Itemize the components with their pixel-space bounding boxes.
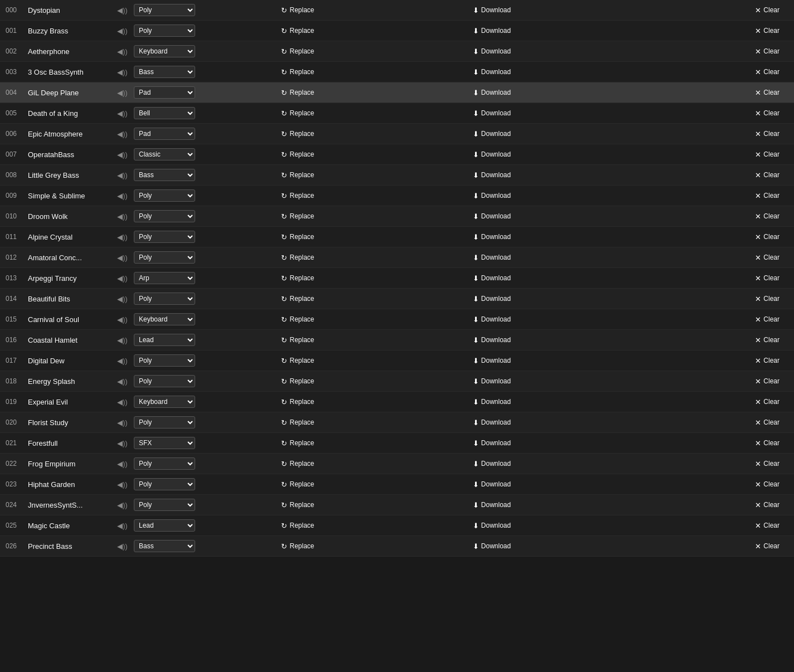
speaker-icon[interactable]: ◀)): [117, 542, 134, 551]
download-button[interactable]: ⬇Download: [469, 396, 514, 408]
category-select[interactable]: PolyBassKeyboardPadBellClassicArpLeadSFX…: [134, 66, 195, 78]
speaker-icon[interactable]: ◀)): [117, 88, 134, 97]
replace-button[interactable]: ↻Replace: [278, 314, 317, 325]
download-button[interactable]: ⬇Download: [469, 25, 514, 37]
category-select[interactable]: PolyBassKeyboardPadBellClassicArpLeadSFX…: [134, 210, 195, 222]
category-select[interactable]: PolyBassKeyboardPadBellClassicArpLeadSFX…: [134, 107, 195, 119]
clear-button[interactable]: ✕Clear: [752, 499, 783, 511]
clear-button[interactable]: ✕Clear: [752, 46, 783, 57]
category-select[interactable]: PolyBassKeyboardPadBellClassicArpLeadSFX…: [134, 128, 195, 140]
clear-button[interactable]: ✕Clear: [752, 417, 783, 428]
clear-button[interactable]: ✕Clear: [752, 25, 783, 37]
replace-button[interactable]: ↻Replace: [278, 479, 317, 490]
category-selector[interactable]: PolyBassKeyboardPadBellClassicArpLeadSFX…: [134, 25, 201, 37]
speaker-icon[interactable]: ◀)): [117, 335, 134, 344]
category-select[interactable]: PolyBassKeyboardPadBellClassicArpLeadSFX…: [134, 25, 195, 37]
replace-button[interactable]: ↻Replace: [278, 437, 317, 449]
clear-button[interactable]: ✕Clear: [752, 458, 783, 470]
download-button[interactable]: ⬇Download: [469, 231, 514, 243]
category-select[interactable]: PolyBassKeyboardPadBellClassicArpLeadSFX…: [134, 457, 195, 470]
replace-button[interactable]: ↻Replace: [278, 293, 317, 305]
clear-button[interactable]: ✕Clear: [752, 149, 783, 160]
category-selector[interactable]: PolyBassKeyboardPadBellClassicArpLeadSFX…: [134, 396, 201, 408]
download-button[interactable]: ⬇Download: [469, 540, 514, 552]
category-selector[interactable]: PolyBassKeyboardPadBellClassicArpLeadSFX…: [134, 86, 201, 99]
replace-button[interactable]: ↻Replace: [278, 272, 317, 284]
replace-button[interactable]: ↻Replace: [278, 231, 317, 243]
clear-button[interactable]: ✕Clear: [752, 169, 783, 181]
category-selector[interactable]: PolyBassKeyboardPadBellClassicArpLeadSFX…: [134, 4, 201, 16]
download-button[interactable]: ⬇Download: [469, 479, 514, 490]
download-button[interactable]: ⬇Download: [469, 355, 514, 367]
clear-button[interactable]: ✕Clear: [752, 190, 783, 202]
download-button[interactable]: ⬇Download: [469, 376, 514, 387]
category-selector[interactable]: PolyBassKeyboardPadBellClassicArpLeadSFX…: [134, 519, 201, 532]
replace-button[interactable]: ↻Replace: [278, 149, 317, 160]
clear-button[interactable]: ✕Clear: [752, 293, 783, 305]
replace-button[interactable]: ↻Replace: [278, 499, 317, 511]
category-selector[interactable]: PolyBassKeyboardPadBellClassicArpLeadSFX…: [134, 148, 201, 160]
category-selector[interactable]: PolyBassKeyboardPadBellClassicArpLeadSFX…: [134, 189, 201, 202]
replace-button[interactable]: ↻Replace: [278, 334, 317, 346]
category-select[interactable]: PolyBassKeyboardPadBellClassicArpLeadSFX…: [134, 231, 195, 243]
replace-button[interactable]: ↻Replace: [278, 66, 317, 78]
download-button[interactable]: ⬇Download: [469, 66, 514, 78]
category-select[interactable]: PolyBassKeyboardPadBellClassicArpLeadSFX…: [134, 334, 195, 346]
replace-button[interactable]: ↻Replace: [278, 520, 317, 532]
category-select[interactable]: PolyBassKeyboardPadBellClassicArpLeadSFX…: [134, 519, 195, 532]
category-select[interactable]: PolyBassKeyboardPadBellClassicArpLeadSFX…: [134, 148, 195, 160]
download-button[interactable]: ⬇Download: [469, 87, 514, 99]
replace-button[interactable]: ↻Replace: [278, 396, 317, 408]
speaker-icon[interactable]: ◀)): [117, 274, 134, 283]
speaker-icon[interactable]: ◀)): [117, 397, 134, 406]
category-select[interactable]: PolyBassKeyboardPadBellClassicArpLeadSFX…: [134, 437, 195, 449]
replace-button[interactable]: ↻Replace: [278, 211, 317, 222]
category-selector[interactable]: PolyBassKeyboardPadBellClassicArpLeadSFX…: [134, 293, 201, 305]
replace-button[interactable]: ↻Replace: [278, 190, 317, 202]
speaker-icon[interactable]: ◀)): [117, 232, 134, 241]
replace-button[interactable]: ↻Replace: [278, 540, 317, 552]
clear-button[interactable]: ✕Clear: [752, 520, 783, 532]
category-selector[interactable]: PolyBassKeyboardPadBellClassicArpLeadSFX…: [134, 45, 201, 57]
category-select[interactable]: PolyBassKeyboardPadBellClassicArpLeadSFX…: [134, 45, 195, 57]
download-button[interactable]: ⬇Download: [469, 252, 514, 264]
download-button[interactable]: ⬇Download: [469, 458, 514, 470]
clear-button[interactable]: ✕Clear: [752, 231, 783, 243]
category-select[interactable]: PolyBassKeyboardPadBellClassicArpLeadSFX…: [134, 375, 195, 387]
speaker-icon[interactable]: ◀)): [117, 356, 134, 365]
replace-button[interactable]: ↻Replace: [278, 252, 317, 264]
category-selector[interactable]: PolyBassKeyboardPadBellClassicArpLeadSFX…: [134, 313, 201, 325]
clear-button[interactable]: ✕Clear: [752, 4, 783, 16]
category-selector[interactable]: PolyBassKeyboardPadBellClassicArpLeadSFX…: [134, 231, 201, 243]
download-button[interactable]: ⬇Download: [469, 499, 514, 511]
download-button[interactable]: ⬇Download: [469, 128, 514, 140]
speaker-icon[interactable]: ◀)): [117, 459, 134, 468]
download-button[interactable]: ⬇Download: [469, 314, 514, 325]
speaker-icon[interactable]: ◀)): [117, 129, 134, 138]
clear-button[interactable]: ✕Clear: [752, 540, 783, 552]
category-select[interactable]: PolyBassKeyboardPadBellClassicArpLeadSFX…: [134, 293, 195, 305]
clear-button[interactable]: ✕Clear: [752, 479, 783, 490]
replace-button[interactable]: ↻Replace: [278, 376, 317, 387]
download-button[interactable]: ⬇Download: [469, 108, 514, 119]
speaker-icon[interactable]: ◀)): [117, 191, 134, 200]
clear-button[interactable]: ✕Clear: [752, 128, 783, 140]
clear-button[interactable]: ✕Clear: [752, 396, 783, 408]
category-selector[interactable]: PolyBassKeyboardPadBellClassicArpLeadSFX…: [134, 457, 201, 470]
category-selector[interactable]: PolyBassKeyboardPadBellClassicArpLeadSFX…: [134, 128, 201, 140]
replace-button[interactable]: ↻Replace: [278, 25, 317, 37]
replace-button[interactable]: ↻Replace: [278, 108, 317, 119]
category-selector[interactable]: PolyBassKeyboardPadBellClassicArpLeadSFX…: [134, 499, 201, 511]
clear-button[interactable]: ✕Clear: [752, 108, 783, 119]
category-selector[interactable]: PolyBassKeyboardPadBellClassicArpLeadSFX…: [134, 540, 201, 552]
replace-button[interactable]: ↻Replace: [278, 169, 317, 181]
speaker-icon[interactable]: ◀)): [117, 480, 134, 489]
category-selector[interactable]: PolyBassKeyboardPadBellClassicArpLeadSFX…: [134, 375, 201, 387]
clear-button[interactable]: ✕Clear: [752, 87, 783, 99]
download-button[interactable]: ⬇Download: [469, 46, 514, 57]
category-selector[interactable]: PolyBassKeyboardPadBellClassicArpLeadSFX…: [134, 66, 201, 78]
replace-button[interactable]: ↻Replace: [278, 128, 317, 140]
category-select[interactable]: PolyBassKeyboardPadBellClassicArpLeadSFX…: [134, 4, 195, 16]
speaker-icon[interactable]: ◀)): [117, 521, 134, 530]
category-select[interactable]: PolyBassKeyboardPadBellClassicArpLeadSFX…: [134, 169, 195, 181]
